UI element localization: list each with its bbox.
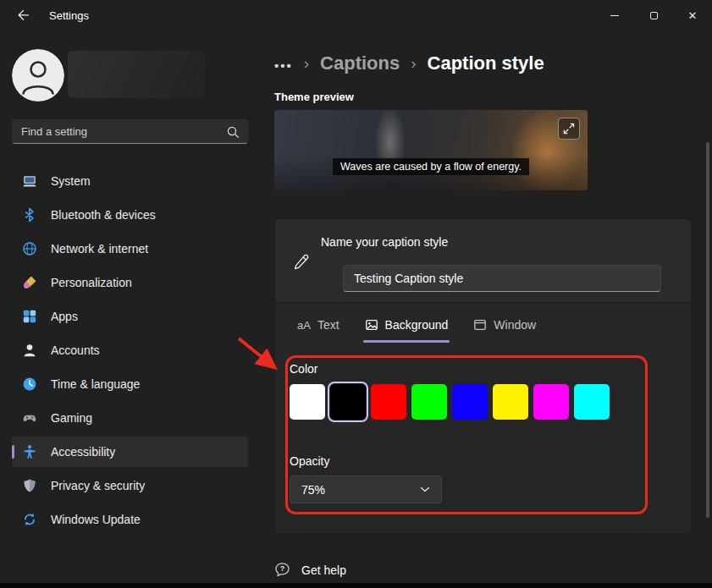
theme-preview-image: Waves are caused by a flow of energy. xyxy=(274,110,588,190)
sidebar-item-label: Apps xyxy=(51,310,78,323)
scrollbar[interactable] xyxy=(706,142,709,518)
avatar-person-icon xyxy=(12,49,64,102)
paintbrush-icon xyxy=(22,275,37,290)
titlebar: Settings ✕ xyxy=(0,0,712,30)
expand-preview-button[interactable] xyxy=(558,118,580,140)
background-icon xyxy=(365,318,378,332)
page-title: Caption style xyxy=(428,52,544,74)
sidebar-item-label: Bluetooth & devices xyxy=(51,208,156,222)
tab-text[interactable]: aA Text xyxy=(286,310,350,340)
gamepad-icon xyxy=(22,410,37,426)
color-swatch-red[interactable] xyxy=(371,384,406,420)
caption-style-name-input[interactable] xyxy=(343,265,661,292)
color-swatch-black[interactable] xyxy=(330,384,366,420)
tab-background[interactable]: Background xyxy=(354,310,460,340)
chevron-down-icon xyxy=(420,486,430,492)
minimize-icon xyxy=(610,15,619,16)
sidebar-item-label: Personalization xyxy=(51,276,132,289)
sidebar-item-label: Accounts xyxy=(51,343,100,357)
expand-icon xyxy=(563,123,575,135)
color-swatch-white[interactable] xyxy=(290,384,325,420)
globe-icon xyxy=(22,241,37,256)
bottom-edge xyxy=(0,583,712,588)
sidebar-item-label: Time & language xyxy=(51,377,140,391)
help-bubble-icon: ? xyxy=(274,562,290,578)
search-box xyxy=(12,119,248,144)
get-help-label: Get help xyxy=(301,563,346,577)
back-button[interactable] xyxy=(10,3,36,28)
sidebar-item-label: Accessibility xyxy=(51,445,115,459)
windows-update-icon xyxy=(22,512,37,527)
opacity-value: 75% xyxy=(301,483,325,497)
account-area-backdrop xyxy=(68,51,205,98)
sidebar-item-system[interactable]: System xyxy=(12,166,248,196)
breadcrumb-captions-link[interactable]: Captions xyxy=(320,52,400,74)
color-swatch-green[interactable] xyxy=(411,384,447,420)
tab-window-label: Window xyxy=(494,318,536,332)
breadcrumb: ••• › Captions › Caption style xyxy=(274,49,544,78)
accessibility-icon xyxy=(22,444,37,459)
breadcrumb-overflow-button[interactable]: ••• xyxy=(274,54,293,73)
sidebar-item-label: Windows Update xyxy=(51,513,141,526)
main-content: ••• › Captions › Caption style Theme pre… xyxy=(261,30,712,583)
caption-style-card: Name your caption style aA Text xyxy=(274,218,692,535)
opacity-dropdown[interactable]: 75% xyxy=(290,475,442,503)
close-button[interactable]: ✕ xyxy=(673,0,712,30)
maximize-button[interactable] xyxy=(634,0,673,30)
style-tabs: aA Text Background xyxy=(286,310,547,340)
caption-name-section: Name your caption style xyxy=(275,219,691,303)
system-icon xyxy=(22,173,37,189)
sidebar-item-label: Network & internet xyxy=(51,242,148,256)
text-aa-icon: aA xyxy=(297,319,311,332)
breadcrumb-separator: › xyxy=(411,54,416,73)
name-caption-style-label: Name your caption style xyxy=(321,235,448,249)
person-icon xyxy=(22,343,37,358)
maximize-icon xyxy=(650,12,658,19)
sidebar-item-gaming[interactable]: Gaming xyxy=(12,403,248,433)
sidebar-item-label: System xyxy=(51,174,91,188)
close-icon: ✕ xyxy=(688,10,698,21)
sidebar: System Bluetooth & devices Network & int… xyxy=(0,30,261,583)
color-swatch-cyan[interactable] xyxy=(574,384,610,420)
search-input[interactable] xyxy=(13,120,226,143)
sidebar-item-personalization[interactable]: Personalization xyxy=(12,267,248,298)
sidebar-item-label: Privacy & security xyxy=(51,479,145,492)
sidebar-nav: System Bluetooth & devices Network & int… xyxy=(12,166,248,538)
bluetooth-icon xyxy=(22,207,37,223)
svg-text:?: ? xyxy=(280,564,285,573)
apps-grid-icon xyxy=(22,309,37,324)
window-icon xyxy=(473,318,487,332)
rename-icon xyxy=(292,253,311,272)
sidebar-item-network-internet[interactable]: Network & internet xyxy=(12,234,248,264)
avatar[interactable] xyxy=(12,49,64,102)
color-swatch-magenta[interactable] xyxy=(533,384,569,420)
sidebar-item-privacy-security[interactable]: Privacy & security xyxy=(12,470,248,501)
color-swatch-blue[interactable] xyxy=(452,384,488,420)
sidebar-item-accessibility[interactable]: Accessibility xyxy=(12,437,248,467)
sidebar-item-accounts[interactable]: Accounts xyxy=(12,335,248,365)
shield-icon xyxy=(22,478,37,493)
color-label: Color xyxy=(290,362,317,376)
sidebar-item-time-language[interactable]: Time & language xyxy=(12,369,248,399)
settings-window: Settings ✕ xyxy=(0,0,712,588)
sidebar-item-bluetooth-devices[interactable]: Bluetooth & devices xyxy=(12,200,248,230)
back-arrow-icon xyxy=(16,8,30,22)
sidebar-item-apps[interactable]: Apps xyxy=(12,301,248,332)
opacity-label: Opacity xyxy=(290,454,329,468)
tab-window[interactable]: Window xyxy=(462,310,547,340)
tab-background-label: Background xyxy=(385,318,449,332)
caption-preview-text: Waves are caused by a flow of energy. xyxy=(333,158,529,175)
sidebar-item-windows-update[interactable]: Windows Update xyxy=(12,504,248,535)
color-swatch-yellow[interactable] xyxy=(493,384,528,420)
search-icon[interactable] xyxy=(226,125,240,139)
minimize-button[interactable] xyxy=(595,0,634,30)
sidebar-item-label: Gaming xyxy=(51,411,92,425)
app-title: Settings xyxy=(49,9,89,22)
theme-preview-label: Theme preview xyxy=(274,91,354,103)
tab-text-label: Text xyxy=(317,318,339,332)
caption-style-settings: aA Text Background xyxy=(275,303,691,534)
color-swatches xyxy=(290,384,610,420)
get-help-link[interactable]: ? Get help xyxy=(274,562,346,578)
breadcrumb-separator: › xyxy=(304,54,309,73)
window-controls: ✕ xyxy=(595,0,712,30)
